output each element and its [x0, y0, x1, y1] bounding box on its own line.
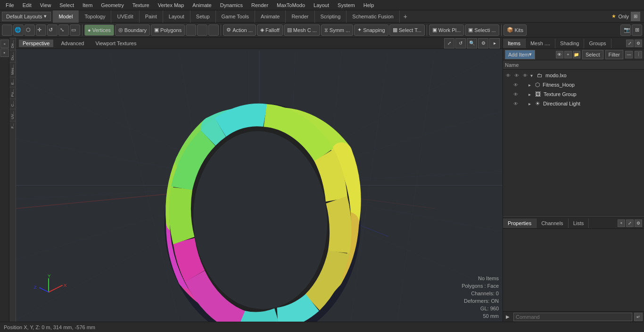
prop-tab-channels[interactable]: Channels — [537, 219, 568, 228]
tool-rect[interactable]: ▭ — [70, 24, 80, 36]
prop-settings-btn[interactable]: ⚙ — [635, 219, 642, 227]
tool-transform[interactable]: ✛ — [36, 24, 46, 36]
eye-icon-root[interactable]: 👁 — [505, 72, 512, 79]
rp-settings-btn[interactable]: ⚙ — [635, 40, 642, 47]
left-btn-1[interactable]: ≡ — [0, 40, 9, 48]
layout-tab-uvedit[interactable]: UVEdit — [111, 10, 139, 23]
layout-tab-scripting[interactable]: Scripting — [315, 10, 347, 23]
tool-select-mode[interactable] — [2, 24, 12, 36]
eye-icon-light[interactable]: 👁 — [512, 100, 519, 107]
left-label-po[interactable]: Po... — [9, 87, 16, 98]
layout-tab-model[interactable]: Model — [53, 10, 79, 23]
command-input[interactable] — [513, 313, 632, 321]
vp-more-icon[interactable]: ▸ — [489, 38, 500, 49]
viewport-canvas[interactable]: X Y Z No Items Polygons : Face Channels:… — [16, 49, 503, 322]
layout-tab-topology[interactable]: Topology — [79, 10, 111, 23]
tool-sq2[interactable] — [197, 24, 207, 36]
tree-item-fitness-hoop[interactable]: 👁 ▸ ⬡ Fitness_Hoop — [503, 80, 644, 89]
tool-sq1[interactable] — [186, 24, 196, 36]
vp-tab-perspective[interactable]: Perspective — [19, 40, 53, 47]
tool-snapping[interactable]: ✦ Snapping — [354, 24, 388, 36]
left-btn-2[interactable]: ▸ — [0, 49, 9, 57]
filter-button[interactable]: Filter — [605, 50, 623, 59]
rp-tab-shading[interactable]: Shading — [555, 39, 584, 48]
tool-lasso[interactable]: ⬡ — [25, 24, 35, 36]
prop-expand-btn[interactable]: ⤢ — [626, 219, 634, 227]
tree-item-directional-light[interactable]: 👁 ▸ ☀ Directional Light — [503, 99, 644, 108]
prop-tab-lists[interactable]: Lists — [569, 219, 589, 228]
layout-tab-schematic[interactable]: Schematic Fusion — [347, 10, 399, 23]
tool-symm[interactable]: ⧖ Symm ... — [321, 24, 353, 36]
menu-system[interactable]: System — [334, 1, 359, 9]
tool-select-t[interactable]: ▦ Select T... — [389, 24, 425, 36]
tool-mesh-c[interactable]: ▤ Mesh C ... — [284, 24, 320, 36]
left-label-c[interactable]: C... — [9, 98, 16, 108]
tool-falloff[interactable]: ◈ Falloff — [257, 24, 283, 36]
tool-globe[interactable]: 🌐 — [13, 24, 24, 36]
eye2-icon-root[interactable]: 👁 — [513, 72, 520, 79]
items-folder-btn[interactable]: 📁 — [573, 51, 580, 58]
vp-tab-advanced[interactable]: Advanced — [57, 40, 88, 47]
menu-geometry[interactable]: Geometry — [97, 1, 127, 9]
eye-icon-hoop[interactable]: 👁 — [512, 81, 519, 88]
eye-icon-texture[interactable]: 👁 — [512, 91, 519, 97]
layout-tab-paint[interactable]: Paint — [140, 10, 163, 23]
vp-zoom-icon[interactable]: 🔍 — [467, 38, 477, 49]
left-label-e[interactable]: E... — [9, 77, 16, 87]
tool-scale[interactable]: ⤡ — [58, 24, 69, 36]
layout-dropdown[interactable]: Default Layouts — [2, 12, 51, 21]
tool-action[interactable]: ⚙ Action ... — [223, 24, 256, 36]
tool-selecti[interactable]: ▣ Selecti ... — [465, 24, 499, 36]
layout-add-button[interactable]: + — [400, 11, 411, 22]
menu-layout[interactable]: Layout — [310, 1, 333, 9]
prop-add-btn[interactable]: + — [618, 219, 625, 227]
menu-help[interactable]: Help — [360, 1, 378, 9]
tool-sq3[interactable] — [208, 24, 219, 36]
items-eye-btn[interactable]: 👁 — [556, 51, 563, 58]
tool-camera[interactable]: 📷 — [620, 24, 631, 36]
expand-hoop[interactable]: ▸ — [528, 82, 533, 88]
rp-expand-btn[interactable]: ⤢ — [626, 40, 634, 47]
expand-texture[interactable]: ▸ — [528, 92, 533, 97]
left-label-uv[interactable]: UV... — [9, 109, 16, 121]
tool-polygons[interactable]: ▣ Polygons — [151, 24, 185, 36]
tool-boundary[interactable]: ◎ Boundary — [115, 24, 150, 36]
vp-refresh-icon[interactable]: ↺ — [455, 38, 466, 49]
tool-vertices[interactable]: ● Vertices — [84, 24, 114, 36]
tool-kits[interactable]: 📦 Kits — [504, 24, 527, 36]
expand-root[interactable]: ▾ — [530, 73, 535, 78]
eye3-icon-root[interactable]: 👁 — [522, 72, 528, 79]
tool-work-pl[interactable]: ▣ Work Pl... — [429, 24, 464, 36]
vp-tab-textures[interactable]: Viewport Textures — [91, 40, 140, 47]
tool-maximize[interactable]: ⊞ — [632, 24, 642, 36]
menu-select[interactable]: Select — [56, 1, 78, 9]
tree-item-texture-group[interactable]: 👁 ▸ 🖼 Texture Group — [503, 89, 644, 99]
layout-tab-setup[interactable]: Setup — [190, 10, 216, 23]
left-label-f[interactable]: F... — [9, 121, 16, 130]
add-item-button[interactable]: Add Item ▾ — [505, 50, 535, 59]
menu-texture[interactable]: Texture — [129, 1, 153, 9]
items-tree[interactable]: 👁 👁 👁 ▾ 🗀 modo.lxo 👁 ▸ ⬡ Fitness_Hoop 👁 … — [503, 70, 644, 217]
tool-rotate[interactable]: ↺ — [47, 24, 58, 36]
vp-settings-icon[interactable]: ⚙ — [478, 38, 488, 49]
vp-expand-icon[interactable]: ⤢ — [444, 38, 454, 49]
items-minus-btn[interactable]: — — [625, 51, 633, 58]
menu-view[interactable]: View — [36, 1, 55, 9]
expand-light[interactable]: ▸ — [528, 101, 533, 106]
command-go-button[interactable]: ↵ — [634, 313, 643, 321]
rp-tab-groups[interactable]: Groups — [584, 39, 611, 48]
prop-tab-properties[interactable]: Properties — [503, 219, 537, 228]
menu-dynamics[interactable]: Dynamics — [216, 1, 247, 9]
layout-tab-layout[interactable]: Layout — [163, 10, 190, 23]
items-vert-dots[interactable]: ⋮ — [635, 51, 642, 58]
menu-edit[interactable]: Edit — [19, 1, 35, 9]
layout-tab-game-tools[interactable]: Game Tools — [216, 10, 256, 23]
menu-item[interactable]: Item — [79, 1, 96, 9]
left-label-du[interactable]: Du... — [9, 50, 16, 62]
tree-item-root[interactable]: 👁 👁 👁 ▾ 🗀 modo.lxo — [503, 71, 644, 80]
items-add-btn[interactable]: + — [564, 51, 572, 58]
rp-tab-items[interactable]: Items — [503, 39, 526, 48]
left-label-de[interactable]: De... — [9, 38, 16, 50]
layout-tab-animate[interactable]: Animate — [255, 10, 286, 23]
layout-tab-render[interactable]: Render — [286, 10, 314, 23]
